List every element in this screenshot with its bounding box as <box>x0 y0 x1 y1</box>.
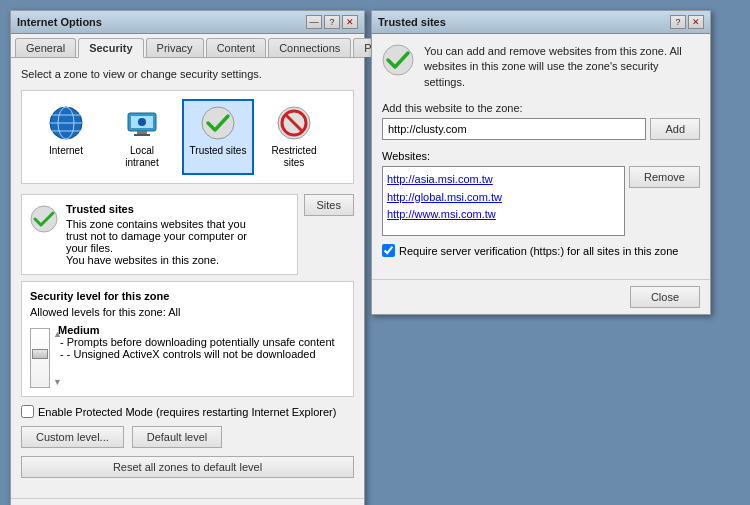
reset-button-area: Reset all zones to default level <box>21 456 354 478</box>
zone-local-intranet[interactable]: Local intranet <box>106 99 178 175</box>
zone-section-title: Select a zone to view or change security… <box>21 68 354 80</box>
trusted-info-line4: You have websites in this zone. <box>66 254 247 266</box>
custom-level-button[interactable]: Custom level... <box>21 426 124 448</box>
add-input-row: Add <box>382 118 700 140</box>
trusted-dialog-title-buttons: ? ✕ <box>670 15 704 29</box>
trusted-dialog-help-button[interactable]: ? <box>670 15 686 29</box>
svg-rect-7 <box>137 131 147 134</box>
help-button[interactable]: ? <box>324 15 340 29</box>
trusted-dialog-info-text: You can add and remove websites from thi… <box>424 44 700 90</box>
trusted-dialog-close-area: Close <box>372 279 710 314</box>
trusted-info-row: Trusted sites This zone contains website… <box>21 194 354 275</box>
protected-mode-row: Enable Protected Mode (requires restarti… <box>21 405 354 418</box>
sites-button[interactable]: Sites <box>304 194 354 216</box>
svg-point-9 <box>138 118 146 126</box>
internet-label: Internet <box>49 145 83 157</box>
trusted-dialog-info-row: You can add and remove websites from thi… <box>382 44 700 90</box>
trusted-info-line2: trust not to damage your computer or <box>66 230 247 242</box>
security-level-section: Security level for this zone Allowed lev… <box>21 281 354 397</box>
require-https-row: Require server verification (https:) for… <box>382 244 700 257</box>
trusted-dialog-check-icon <box>382 44 414 78</box>
level-description-list: Prompts before downloading potentially u… <box>60 336 335 360</box>
restricted-sites-icon <box>276 105 312 141</box>
tab-content[interactable]: Content <box>206 38 267 57</box>
trusted-info-box: Trusted sites This zone contains website… <box>21 194 298 275</box>
security-slider-thumb[interactable] <box>32 349 48 359</box>
trusted-info-text: Trusted sites This zone contains website… <box>66 203 247 266</box>
title-bar-buttons: — ? ✕ <box>306 15 358 29</box>
protected-mode-label: Enable Protected Mode (requires restarti… <box>38 406 336 418</box>
add-website-input[interactable] <box>382 118 646 140</box>
trusted-dialog-title-bar: Trusted sites ? ✕ <box>372 11 710 34</box>
trusted-info-title: Trusted sites <box>66 203 247 215</box>
website-item-1[interactable]: http://asia.msi.com.tw <box>387 171 620 189</box>
custom-default-buttons: Custom level... Default level <box>21 426 354 448</box>
require-https-checkbox[interactable] <box>382 244 395 257</box>
internet-icon <box>48 105 84 141</box>
trusted-dialog-title: Trusted sites <box>378 16 446 28</box>
website-item-3[interactable]: http://www.msi.com.tw <box>387 206 620 224</box>
website-item-2[interactable]: http://global.msi.com.tw <box>387 189 620 207</box>
restricted-sites-label: Restricted sites <box>264 145 324 169</box>
add-button[interactable]: Add <box>650 118 700 140</box>
local-intranet-icon <box>124 105 160 141</box>
level-name: Medium <box>58 324 335 336</box>
sites-button-area: Sites <box>304 194 354 216</box>
trusted-sites-icon <box>200 105 236 141</box>
trusted-info-line1: This zone contains websites that you <box>66 218 247 230</box>
level-desc-1: Prompts before downloading potentially u… <box>60 336 335 348</box>
trusted-dialog-close-button[interactable]: ✕ <box>688 15 704 29</box>
security-level-title: Security level for this zone <box>30 290 345 302</box>
slider-max-label: ▲ <box>53 329 62 339</box>
tab-security[interactable]: Security <box>78 38 143 58</box>
internet-options-title: Internet Options <box>17 16 102 28</box>
tab-connections[interactable]: Connections <box>268 38 351 57</box>
require-https-label: Require server verification (https:) for… <box>399 245 678 257</box>
trusted-close-button[interactable]: Close <box>630 286 700 308</box>
websites-list: http://asia.msi.com.tw http://global.msi… <box>382 166 625 236</box>
allowed-levels-text: Allowed levels for this zone: All <box>30 306 345 318</box>
slider-min-label: ▼ <box>53 377 62 387</box>
tab-bar: General Security Privacy Content Connect… <box>11 34 364 58</box>
zone-restricted-sites[interactable]: Restricted sites <box>258 99 330 175</box>
zone-internet[interactable]: Internet <box>30 99 102 175</box>
level-desc-2: - Unsigned ActiveX controls will not be … <box>60 348 335 360</box>
security-tab-content: Select a zone to view or change security… <box>11 58 364 498</box>
trusted-check-icon <box>30 205 58 266</box>
minimize-button[interactable]: — <box>306 15 322 29</box>
default-level-button[interactable]: Default level <box>132 426 223 448</box>
tab-general[interactable]: General <box>15 38 76 57</box>
remove-button[interactable]: Remove <box>629 166 700 188</box>
security-slider-track[interactable]: ▲ ▼ <box>30 328 50 388</box>
add-label: Add this website to the zone: <box>382 102 700 114</box>
slider-area: ▲ ▼ Medium Prompts before downloading po… <box>30 324 345 388</box>
websites-label: Websites: <box>382 150 700 162</box>
protected-mode-checkbox[interactable] <box>21 405 34 418</box>
trusted-info-line3: your files. <box>66 242 247 254</box>
dialog-buttons: OK Cancel Apply <box>11 498 364 505</box>
trusted-sites-label: Trusted sites <box>190 145 247 157</box>
tab-privacy[interactable]: Privacy <box>146 38 204 57</box>
reset-zones-button[interactable]: Reset all zones to default level <box>21 456 354 478</box>
svg-rect-8 <box>134 134 150 136</box>
internet-options-title-bar: Internet Options — ? ✕ <box>11 11 364 34</box>
trusted-dialog-content: You can add and remove websites from thi… <box>372 34 710 279</box>
websites-area: http://asia.msi.com.tw http://global.msi… <box>382 166 700 236</box>
trusted-sites-dialog: Trusted sites ? ✕ You can add and remove… <box>371 10 711 315</box>
security-description: Medium Prompts before downloading potent… <box>58 324 335 360</box>
zones-grid: Internet Local intranet <box>21 90 354 184</box>
close-button[interactable]: ✕ <box>342 15 358 29</box>
local-intranet-label: Local intranet <box>112 145 172 169</box>
internet-options-window: Internet Options — ? ✕ General Security … <box>10 10 365 505</box>
zone-trusted-sites[interactable]: Trusted sites <box>182 99 254 175</box>
